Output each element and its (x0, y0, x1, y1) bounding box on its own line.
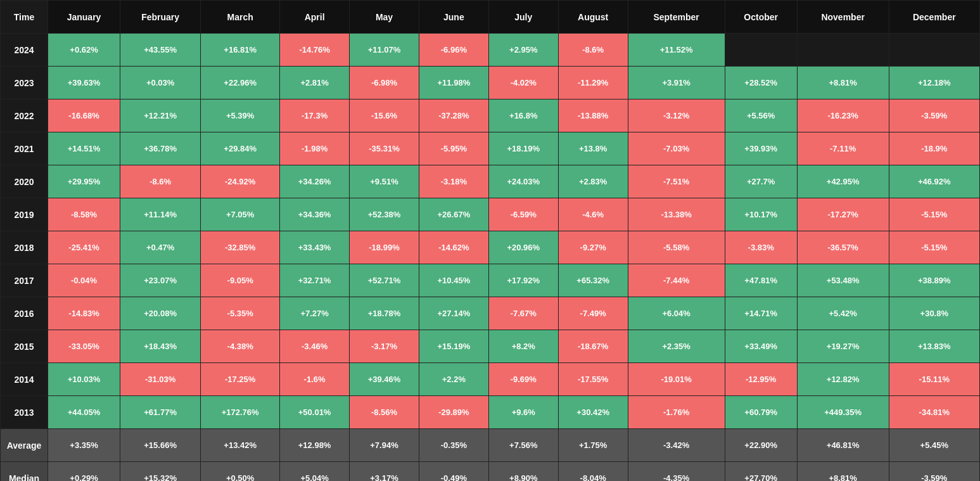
cell-2024-6: -6.96% (419, 34, 488, 67)
cell-2019-4: +34.36% (280, 198, 350, 231)
cell-2013-4: +50.01% (280, 396, 350, 429)
median-cell-8: -8.04% (558, 462, 628, 482)
cell-2024-4: -14.76% (280, 34, 350, 67)
cell-2022-2: +12.21% (120, 99, 201, 132)
data-row-2021: 2021+14.51%+36.78%+29.84%-1.98%-35.31%-5… (1, 132, 980, 165)
cell-2021-8: +13.8% (558, 132, 628, 165)
cell-2020-10: +27.7% (725, 165, 797, 198)
cell-2017-7: +17.92% (488, 264, 558, 297)
cell-2014-10: -12.95% (725, 363, 797, 396)
cell-2019-11: -17.27% (797, 198, 889, 231)
cell-2024-8: -8.6% (558, 34, 628, 67)
year-label: 2018 (1, 231, 48, 264)
data-row-2022: 2022-16.68%+12.21%+5.39%-17.3%-15.6%-37.… (1, 99, 980, 132)
cell-2022-8: -13.88% (558, 99, 628, 132)
cell-2016-7: -7.67% (488, 297, 558, 330)
cell-2013-1: +44.05% (48, 396, 120, 429)
cell-2015-8: -18.67% (558, 330, 628, 363)
data-row-2014: 2014+10.03%-31.03%-17.25%-1.6%+39.46%+2.… (1, 363, 980, 396)
data-row-2018: 2018-25.41%+0.47%-32.85%+33.43%-18.99%-1… (1, 231, 980, 264)
cell-2022-7: +16.8% (488, 99, 558, 132)
cell-2024-1: +0.62% (48, 34, 120, 67)
header-july: July (488, 1, 558, 34)
cell-2013-11: +449.35% (797, 396, 889, 429)
cell-2019-12: -5.15% (889, 198, 979, 231)
data-row-2017: 2017-0.04%+23.07%-9.05%+32.71%+52.71%+10… (1, 264, 980, 297)
cell-2015-1: -33.05% (48, 330, 120, 363)
cell-2020-1: +29.95% (48, 165, 120, 198)
cell-2023-10: +28.52% (725, 67, 797, 99)
cell-2020-7: +24.03% (488, 165, 558, 198)
cell-2024-7: +2.95% (488, 34, 558, 67)
cell-2013-10: +60.79% (725, 396, 797, 429)
cell-2013-3: +172.76% (201, 396, 280, 429)
cell-2015-7: +8.2% (488, 330, 558, 363)
cell-2021-12: -18.9% (889, 132, 979, 165)
header-february: February (120, 1, 201, 34)
cell-2018-12: -5.15% (889, 231, 979, 264)
cell-2024-5: +11.07% (350, 34, 419, 67)
average-cell-2: +15.66% (120, 429, 201, 462)
header-april: April (280, 1, 350, 34)
average-cell-9: -3.42% (628, 429, 725, 462)
header-time: Time (1, 1, 48, 34)
cell-2017-11: +53.48% (797, 264, 889, 297)
header-december: December (889, 1, 979, 34)
cell-2013-6: -29.89% (419, 396, 488, 429)
cell-2017-4: +32.71% (280, 264, 350, 297)
cell-2020-3: -24.92% (201, 165, 280, 198)
cell-2023-11: +8.81% (797, 67, 889, 99)
cell-2020-12: +46.92% (889, 165, 979, 198)
cell-2023-1: +39.63% (48, 67, 120, 99)
cell-2017-12: +38.89% (889, 264, 979, 297)
cell-2021-7: +18.19% (488, 132, 558, 165)
year-label: 2023 (1, 67, 48, 99)
cell-2019-8: -4.6% (558, 198, 628, 231)
data-row-2024: 2024+0.62%+43.55%+16.81%-14.76%+11.07%-6… (1, 34, 980, 67)
cell-2018-10: -3.83% (725, 231, 797, 264)
cell-2020-4: +34.26% (280, 165, 350, 198)
cell-2017-5: +52.71% (350, 264, 419, 297)
cell-2014-3: -17.25% (201, 363, 280, 396)
cell-2017-1: -0.04% (48, 264, 120, 297)
cell-2017-10: +47.81% (725, 264, 797, 297)
cell-2020-6: -3.18% (419, 165, 488, 198)
data-row-2023: 2023+39.63%+0.03%+22.96%+2.81%-6.98%+11.… (1, 67, 980, 99)
cell-2019-5: +52.38% (350, 198, 419, 231)
header-september: September (628, 1, 725, 34)
cell-2016-2: +20.08% (120, 297, 201, 330)
average-row: Average+3.35%+15.66%+13.42%+12.98%+7.94%… (1, 429, 980, 462)
cell-2014-5: +39.46% (350, 363, 419, 396)
median-cell-12: -3.59% (889, 462, 979, 482)
cell-2022-3: +5.39% (201, 99, 280, 132)
cell-2023-4: +2.81% (280, 67, 350, 99)
cell-2013-12: -34.81% (889, 396, 979, 429)
header-june: June (419, 1, 488, 34)
average-cell-12: +5.45% (889, 429, 979, 462)
cell-2023-12: +12.18% (889, 67, 979, 99)
cell-2017-2: +23.07% (120, 264, 201, 297)
cell-2014-7: -9.69% (488, 363, 558, 396)
cell-2014-12: -15.11% (889, 363, 979, 396)
cell-2022-6: -37.28% (419, 99, 488, 132)
cell-2024-2: +43.55% (120, 34, 201, 67)
cell-2016-4: +7.27% (280, 297, 350, 330)
cell-2015-9: +2.35% (628, 330, 725, 363)
year-label: 2019 (1, 198, 48, 231)
data-row-2019: 2019-8.58%+11.14%+7.05%+34.36%+52.38%+26… (1, 198, 980, 231)
cell-2015-4: -3.46% (280, 330, 350, 363)
median-cell-4: +5.04% (280, 462, 350, 482)
cell-2015-11: +19.27% (797, 330, 889, 363)
cell-2015-5: -3.17% (350, 330, 419, 363)
cell-2015-12: +13.83% (889, 330, 979, 363)
cell-2014-1: +10.03% (48, 363, 120, 396)
cell-2022-1: -16.68% (48, 99, 120, 132)
average-cell-3: +13.42% (201, 429, 280, 462)
cell-2022-10: +5.56% (725, 99, 797, 132)
average-cell-1: +3.35% (48, 429, 120, 462)
cell-2014-4: -1.6% (280, 363, 350, 396)
cell-2023-9: +3.91% (628, 67, 725, 99)
median-cell-9: -4.35% (628, 462, 725, 482)
cell-2024-12 (889, 34, 979, 67)
cell-2018-2: +0.47% (120, 231, 201, 264)
